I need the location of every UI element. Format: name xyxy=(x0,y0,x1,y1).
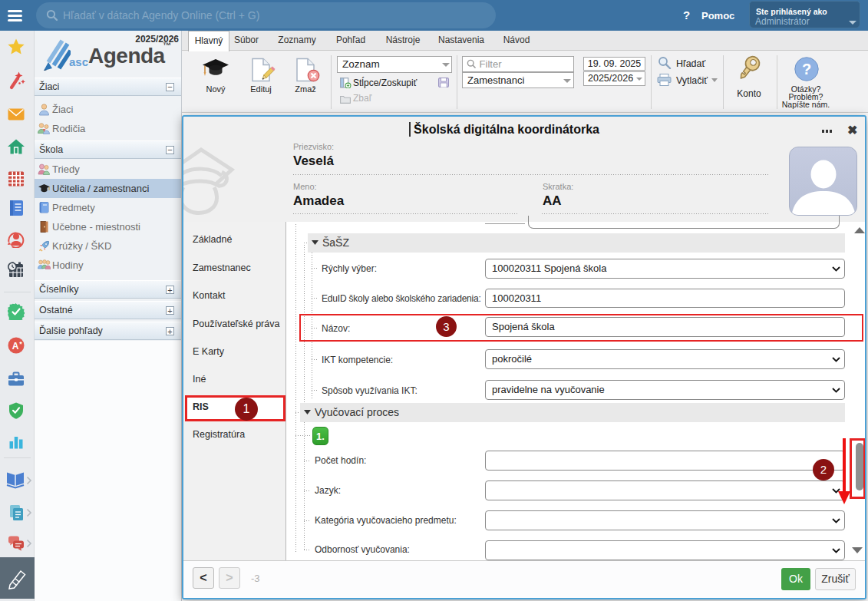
svg-text:A: A xyxy=(12,341,19,352)
svg-text:?: ? xyxy=(802,61,811,78)
svg-text:*: * xyxy=(19,340,22,348)
